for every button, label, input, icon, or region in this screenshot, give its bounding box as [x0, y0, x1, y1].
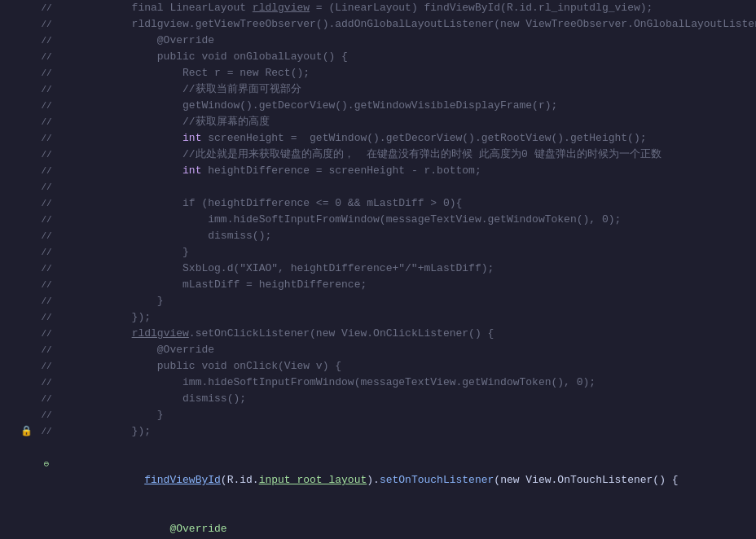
line-content: final LinearLayout rldlgview = (LinearLa…: [52, 0, 756, 16]
code-line: ⊖ findViewById(R.id.input_root_layout).s…: [0, 456, 756, 505]
fold-indicator: //: [41, 326, 52, 342]
line-content: dismiss();: [52, 391, 756, 407]
code-line: // rldlgview.getViewTreeObserver().addOn…: [0, 16, 756, 33]
code-line: // public void onGlobalLayout() {: [0, 49, 756, 65]
line-gutter: 🔒: [0, 423, 41, 440]
fold-indicator: //: [41, 65, 52, 81]
line-content: }: [52, 293, 756, 309]
line-content: findViewById(R.id.input_root_layout).set…: [52, 456, 756, 505]
code-line: // Rect r = new Rect();: [0, 65, 756, 81]
fold-indicator: //: [41, 293, 52, 309]
fold-indicator: //: [41, 163, 52, 179]
code-line: // int screenHeight = getWindow().getDec…: [0, 130, 756, 147]
line-content: SxbLog.d("XIAO", heightDifference+"/"+mL…: [52, 261, 756, 277]
fold-indicator: //: [41, 0, 52, 16]
fold-indicator: //: [41, 407, 52, 423]
fold-indicator: //: [41, 33, 52, 49]
code-line: @Override: [0, 505, 756, 539]
fold-indicator: //: [41, 98, 52, 114]
code-line: // final LinearLayout rldlgview = (Linea…: [0, 0, 756, 16]
code-line: // mLastDiff = heightDifference;: [0, 277, 756, 293]
line-content: @Override: [52, 33, 756, 49]
code-line: // dismiss();: [0, 391, 756, 407]
line-content: });: [52, 423, 756, 440]
code-line: // dismiss();: [0, 228, 756, 244]
line-content: @Override: [52, 505, 756, 539]
code-line: // });: [0, 309, 756, 326]
fold-indicator: //: [41, 391, 52, 407]
fold-indicator: //: [41, 114, 52, 130]
code-line: // SxbLog.d("XIAO", heightDifference+"/"…: [0, 261, 756, 277]
line-content: });: [52, 309, 756, 326]
line-content: }: [52, 407, 756, 423]
line-content: public void onGlobalLayout() {: [52, 49, 756, 65]
fold-indicator: //: [41, 228, 52, 244]
code-line: 🔒 // });: [0, 423, 756, 440]
code-line: // int heightDifference = screenHeight -…: [0, 163, 756, 179]
line-content: }: [52, 244, 756, 261]
line-content: //获取当前界面可视部分: [52, 81, 756, 98]
code-editor: // final LinearLayout rldlgview = (Linea…: [0, 0, 756, 539]
code-line: // }: [0, 293, 756, 309]
line-content: imm.hideSoftInputFromWindow(messageTextV…: [52, 212, 756, 228]
fold-indicator: //: [41, 358, 52, 375]
line-content: mLastDiff = heightDifference;: [52, 277, 756, 293]
fold-indicator: //: [41, 195, 52, 212]
line-content: imm.hideSoftInputFromWindow(messageTextV…: [52, 375, 756, 391]
code-line: // imm.hideSoftInputFromWindow(messageTe…: [0, 375, 756, 391]
code-line: // getWindow().getDecorView().getWindowV…: [0, 98, 756, 114]
code-line: // @Override: [0, 342, 756, 358]
fold-indicator[interactable]: ⊖: [41, 456, 52, 472]
fold-indicator: //: [41, 244, 52, 261]
line-content: getWindow().getDecorView().getWindowVisi…: [52, 98, 756, 114]
line-content: dismiss();: [52, 228, 756, 244]
line-content: //此处就是用来获取键盘的高度的， 在键盘没有弹出的时候 此高度为0 键盘弹出的…: [52, 147, 756, 163]
fold-indicator: //: [41, 130, 52, 147]
fold-indicator: //: [41, 49, 52, 65]
code-line: // }: [0, 407, 756, 423]
code-line: [0, 440, 756, 456]
code-line: // @Override: [0, 33, 756, 49]
fold-indicator: //: [41, 212, 52, 228]
line-content: public void onClick(View v) {: [52, 358, 756, 375]
code-line: // imm.hideSoftInputFromWindow(messageTe…: [0, 212, 756, 228]
lock-icon: 🔒: [20, 423, 33, 440]
fold-indicator: //: [41, 375, 52, 391]
line-content: rldlgview.getViewTreeObserver().addOnGlo…: [52, 16, 756, 33]
code-line: // //获取屏幕的高度: [0, 114, 756, 130]
fold-indicator: //: [41, 423, 52, 440]
code-line: // public void onClick(View v) {: [0, 358, 756, 375]
code-line: // rldlgview.setOnClickListener(new View…: [0, 326, 756, 342]
fold-indicator: //: [41, 277, 52, 293]
code-line: // //此处就是用来获取键盘的高度的， 在键盘没有弹出的时候 此高度为0 键盘…: [0, 147, 756, 163]
line-content: int screenHeight = getWindow().getDecorV…: [52, 130, 756, 147]
code-line: // if (heightDifference <= 0 && mLastDif…: [0, 195, 756, 212]
line-content: //获取屏幕的高度: [52, 114, 756, 130]
line-content: if (heightDifference <= 0 && mLastDiff >…: [52, 195, 756, 212]
line-content: @Override: [52, 342, 756, 358]
code-line: // }: [0, 244, 756, 261]
fold-indicator: //: [41, 309, 52, 326]
fold-indicator: //: [41, 261, 52, 277]
line-content: int heightDifference = screenHeight - r.…: [52, 163, 756, 179]
fold-indicator: //: [41, 147, 52, 163]
fold-indicator: //: [41, 81, 52, 98]
fold-indicator: //: [41, 342, 52, 358]
code-line: // //获取当前界面可视部分: [0, 81, 756, 98]
code-line: //: [0, 179, 756, 195]
fold-indicator: //: [41, 179, 52, 195]
fold-indicator: //: [41, 16, 52, 33]
line-content: rldlgview.setOnClickListener(new View.On…: [52, 326, 756, 342]
line-content: Rect r = new Rect();: [52, 65, 756, 81]
